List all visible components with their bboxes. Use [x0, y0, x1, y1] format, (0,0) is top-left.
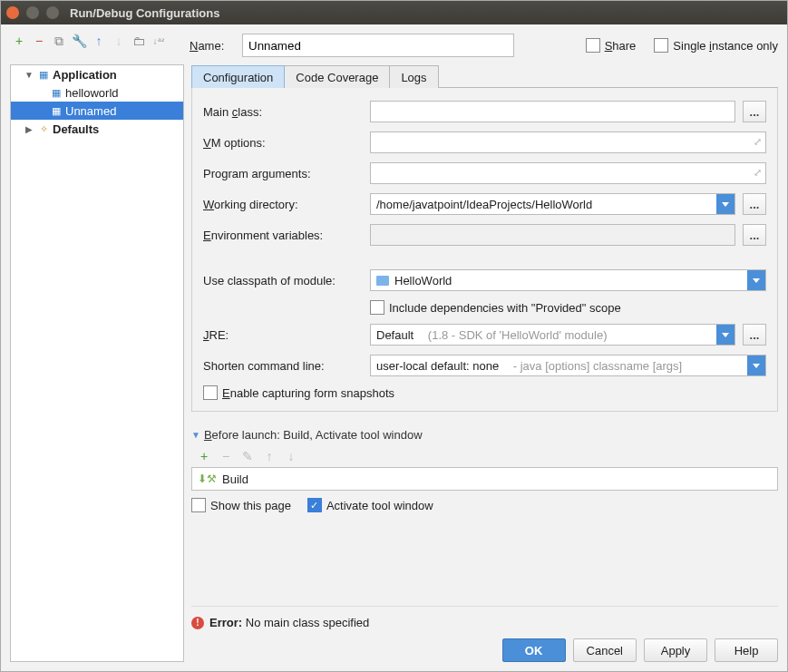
env-vars-input[interactable] — [370, 224, 735, 246]
tree-node-application[interactable]: ▼▦ Application — [11, 65, 183, 83]
caret-down-icon: ▼ — [191, 430, 200, 440]
move-up-icon[interactable]: ↑ — [92, 34, 106, 48]
vm-options-label: VM options: — [203, 136, 363, 150]
svg-marker-2 — [722, 333, 729, 337]
error-icon: ! — [191, 617, 204, 629]
before-launch-list[interactable]: ⬇⚒ Build — [191, 467, 778, 491]
before-launch-section: ▼ Before launch: Build, Activate tool wi… — [191, 428, 778, 512]
tab-logs[interactable]: Logs — [389, 65, 438, 88]
shorten-label: Shorten command line: — [203, 359, 363, 373]
jre-dropdown[interactable]: Default (1.8 - SDK of 'HelloWorld' modul… — [370, 324, 735, 346]
expand-icon[interactable]: ⤢ — [754, 167, 762, 179]
add-icon[interactable]: + — [12, 34, 26, 48]
config-list-toolbar: + − ⧉ 🔧 ↑ ↓ 🗀 ↓ᵃᶻ — [10, 32, 184, 54]
enable-capture-checkbox[interactable]: Enable capturing form snapshots — [203, 385, 394, 400]
env-vars-label: Environment variables: — [203, 229, 363, 242]
name-label: Name: — [190, 39, 231, 53]
include-provided-checkbox[interactable]: Include dependencies with "Provided" sco… — [370, 300, 621, 315]
main-class-input[interactable] — [370, 101, 735, 122]
maximize-icon[interactable] — [46, 6, 59, 19]
minimize-icon[interactable] — [26, 6, 39, 19]
build-icon: ⬇⚒ — [198, 472, 217, 485]
cancel-button[interactable]: Cancel — [573, 638, 637, 662]
classpath-label: Use classpath of module: — [203, 274, 363, 287]
shorten-dropdown[interactable]: user-local default: none - java [options… — [370, 355, 766, 376]
tab-code-coverage[interactable]: Code Coverage — [284, 65, 390, 88]
dialog-buttons: OK Cancel Apply Help — [191, 629, 778, 662]
program-args-label: Program arguments: — [203, 167, 363, 180]
copy-icon[interactable]: ⧉ — [52, 34, 66, 48]
before-launch-toolbar: + − ✎ ↑ ↓ — [191, 445, 778, 467]
show-this-page-checkbox[interactable]: Show this page — [191, 498, 291, 512]
classpath-dropdown[interactable]: HelloWorld — [370, 269, 766, 291]
tree-node-defaults[interactable]: ▶✧ Defaults — [11, 120, 183, 138]
run-debug-config-window: Run/Debug Configurations + − ⧉ 🔧 ↑ ↓ 🗀 ↓… — [0, 0, 788, 672]
remove-icon[interactable]: − — [219, 449, 233, 463]
working-dir-browse-button[interactable]: ... — [743, 193, 766, 215]
program-args-input[interactable]: ⤢ — [370, 162, 766, 184]
module-icon — [376, 276, 389, 286]
svg-marker-0 — [722, 202, 729, 207]
svg-marker-3 — [753, 364, 760, 368]
tree-item-helloworld[interactable]: ▦helloworld — [11, 83, 183, 102]
folder-icon[interactable]: 🗀 — [131, 34, 146, 48]
chevron-down-icon[interactable] — [747, 270, 765, 290]
env-vars-browse-button[interactable]: ... — [743, 224, 766, 246]
close-icon[interactable] — [6, 6, 19, 19]
working-dir-label: Working directory: — [203, 198, 363, 211]
tab-bar: Configuration Code Coverage Logs — [191, 64, 778, 88]
error-bar: ! Error: No main class specified — [191, 606, 778, 629]
jre-browse-button[interactable]: ... — [743, 324, 766, 346]
chevron-down-icon[interactable] — [716, 194, 734, 214]
tab-configuration[interactable]: Configuration — [191, 65, 285, 88]
working-dir-field[interactable]: /home/javatpoint/IdeaProjects/HelloWorld — [370, 193, 735, 215]
before-launch-item-label: Build — [222, 472, 248, 486]
activate-tool-window-checkbox[interactable]: ✓Activate tool window — [307, 498, 433, 512]
before-launch-header[interactable]: ▼ Before launch: Build, Activate tool wi… — [191, 428, 778, 445]
configuration-form: Main class: ... VM options: ⤢ — [191, 88, 778, 412]
single-instance-checkbox[interactable]: Single instance only — [654, 38, 778, 53]
share-checkbox[interactable]: Share — [586, 38, 637, 53]
main-class-label: Main class: — [203, 105, 363, 119]
add-icon[interactable]: + — [197, 449, 211, 463]
config-detail-pane: Configuration Code Coverage Logs Main cl… — [191, 64, 778, 662]
expand-icon[interactable]: ⤢ — [754, 136, 762, 148]
window-title: Run/Debug Configurations — [70, 6, 219, 20]
move-up-icon[interactable]: ↑ — [262, 449, 277, 463]
config-tree[interactable]: ▼▦ Application ▦helloworld ▦Unnamed ▶✧ D… — [10, 64, 184, 662]
tree-item-unnamed[interactable]: ▦Unnamed — [11, 102, 183, 120]
edit-icon[interactable]: ✎ — [240, 449, 255, 463]
ok-button[interactable]: OK — [502, 638, 566, 662]
main-class-browse-button[interactable]: ... — [743, 101, 766, 122]
titlebar: Run/Debug Configurations — [1, 1, 787, 24]
help-button[interactable]: Help — [715, 638, 778, 662]
remove-icon[interactable]: − — [32, 34, 46, 48]
chevron-down-icon[interactable] — [747, 355, 765, 375]
apply-button[interactable]: Apply — [644, 638, 707, 662]
jre-label: JRE: — [203, 328, 363, 342]
wrench-icon[interactable]: 🔧 — [72, 34, 86, 48]
content-area: + − ⧉ 🔧 ↑ ↓ 🗀 ↓ᵃᶻ Name: Share Si — [1, 24, 787, 671]
chevron-down-icon[interactable] — [716, 325, 734, 345]
svg-marker-1 — [753, 278, 760, 283]
move-down-icon[interactable]: ↓ — [112, 34, 126, 48]
sort-icon[interactable]: ↓ᵃᶻ — [151, 34, 166, 48]
vm-options-input[interactable]: ⤢ — [370, 131, 766, 153]
name-input[interactable] — [242, 34, 514, 57]
move-down-icon[interactable]: ↓ — [284, 449, 298, 463]
